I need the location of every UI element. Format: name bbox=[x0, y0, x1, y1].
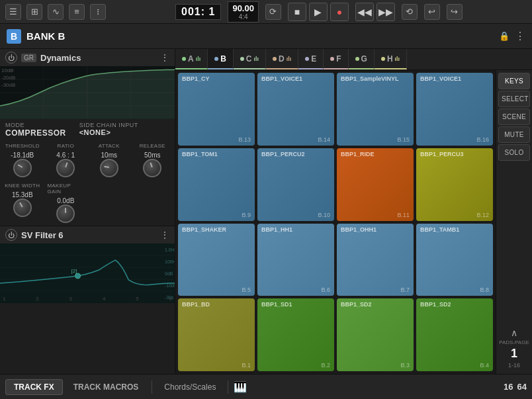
redo-btn[interactable]: ↪ bbox=[447, 4, 463, 20]
release-knob[interactable] bbox=[143, 159, 161, 177]
sidechain-label: SIDE CHAIN INPUT bbox=[79, 122, 138, 128]
pads-page-up-btn[interactable]: ∧ bbox=[511, 328, 517, 338]
tab-g[interactable]: G bbox=[349, 49, 375, 69]
mode-value[interactable]: COMPRESSOR bbox=[5, 128, 66, 138]
svg-point-17 bbox=[75, 273, 81, 279]
list-icon[interactable]: ≡ bbox=[69, 4, 85, 20]
tab-c[interactable]: C ılı bbox=[234, 49, 266, 69]
mixer-icon[interactable]: ⫶ bbox=[90, 4, 106, 20]
tempo-value[interactable]: 90.00 bbox=[232, 3, 254, 13]
tab-f[interactable]: F bbox=[324, 49, 348, 69]
pad-B16[interactable]: BBP1_VOICE1B.16 bbox=[416, 73, 493, 146]
attack-value: 10ms bbox=[101, 152, 117, 159]
keys-btn[interactable]: KEYS bbox=[498, 73, 530, 89]
release-label: RELEASE bbox=[140, 143, 165, 149]
bank-header: B BANK B 🔒 ⋮ bbox=[0, 24, 532, 49]
bottom-num-1[interactable]: 16 bbox=[504, 382, 513, 392]
pad-num-label: B.6 bbox=[321, 287, 330, 293]
record-btn[interactable]: ● bbox=[330, 3, 349, 21]
tab-d[interactable]: D ılı bbox=[266, 49, 298, 69]
forward-btn[interactable]: ▶▶ bbox=[377, 3, 395, 21]
pad-B1[interactable]: BBP1_BDB.1 bbox=[178, 298, 255, 371]
makeup-knob[interactable] bbox=[56, 204, 75, 223]
pad-B2[interactable]: BBP1_SD1B.2 bbox=[257, 298, 334, 371]
bank-menu-icon[interactable]: ⋮ bbox=[515, 30, 525, 42]
track-macros-tab[interactable]: TRACK MACROS bbox=[66, 380, 147, 394]
bank-name: BANK B bbox=[26, 30, 494, 42]
pad-num-label: B.11 bbox=[397, 212, 410, 218]
pad-B12[interactable]: BBP1_PERCU3B.12 bbox=[416, 148, 493, 221]
filter-axis: 1 2 3 4 5 6 bbox=[0, 296, 175, 303]
ratio-knob[interactable] bbox=[56, 159, 75, 177]
pad-B13[interactable]: BBP1_CYB.13 bbox=[178, 73, 255, 146]
tab-b-dot bbox=[214, 57, 218, 61]
svg-text:-10dB: -10dB bbox=[165, 283, 175, 288]
pad-B8[interactable]: BBP1_TAMB1B.8 bbox=[416, 224, 493, 296]
tab-c-label: C bbox=[246, 54, 252, 64]
tab-e[interactable]: E bbox=[298, 49, 324, 69]
mute-btn[interactable]: MUTE bbox=[498, 126, 530, 143]
play-btn[interactable]: ▶ bbox=[309, 3, 328, 21]
track-fx-tab[interactable]: TRACK FX bbox=[5, 379, 63, 395]
dynamics-menu-icon[interactable]: ⋮ bbox=[160, 52, 169, 63]
pad-B6[interactable]: BBP1_HH1B.6 bbox=[257, 224, 334, 296]
threshold-knob[interactable] bbox=[13, 159, 32, 177]
rewind-btn[interactable]: ◀◀ bbox=[355, 3, 374, 21]
chords-scales-btn[interactable]: Chords/Scales bbox=[157, 380, 222, 394]
grid-icon[interactable]: ⊞ bbox=[26, 4, 42, 20]
time-display[interactable]: 001: 1 bbox=[175, 4, 221, 20]
bottom-num-2[interactable]: 64 bbox=[517, 382, 527, 392]
select-btn[interactable]: SELECT bbox=[498, 91, 530, 107]
attack-knob[interactable] bbox=[100, 159, 118, 177]
undo-btn[interactable]: ↩ bbox=[424, 4, 440, 20]
pad-B9[interactable]: BBP1_TOM1B.9 bbox=[178, 148, 255, 221]
svg-text:1.0Hz: 1.0Hz bbox=[165, 247, 175, 252]
tab-f-dot bbox=[330, 57, 334, 61]
main-content: ⏻ GR Dynamics ⋮ 10dB -20dB -30dB bbox=[0, 49, 532, 374]
knee-knob[interactable] bbox=[13, 199, 32, 217]
bank-letter: B bbox=[7, 29, 21, 44]
tab-e-dot bbox=[305, 57, 309, 61]
tab-h-label: H bbox=[387, 54, 393, 64]
threshold-label: THRESHOLD bbox=[5, 143, 40, 149]
filter-power-btn[interactable]: ⏻ bbox=[5, 229, 17, 241]
wave-icon[interactable]: ∿ bbox=[48, 4, 64, 20]
pad-num-label: B.5 bbox=[242, 287, 251, 293]
tab-b[interactable]: B bbox=[208, 49, 234, 69]
db-label-2: -20dB bbox=[1, 75, 15, 81]
pad-B15[interactable]: BBP1_SampleVINYLB.15 bbox=[337, 73, 414, 146]
dynamics-header: ⏻ GR Dynamics ⋮ bbox=[0, 49, 175, 66]
pad-B3[interactable]: BBP1_SD2B.3 bbox=[337, 298, 414, 371]
pad-B5[interactable]: BBP1_SHAKERB.5 bbox=[178, 224, 255, 296]
tabs-row: A ılı B C ılı D ılı E bbox=[175, 49, 532, 70]
pad-B14[interactable]: BBP1_VOICE1B.14 bbox=[257, 73, 334, 146]
menu-icon[interactable]: ☰ bbox=[5, 4, 21, 20]
pad-name-label: BBP1_SD2 bbox=[341, 301, 410, 308]
solo-btn[interactable]: SOLO bbox=[498, 144, 530, 161]
loop-btn[interactable]: ⟳ bbox=[265, 4, 281, 20]
axis-4: 4 bbox=[103, 296, 105, 302]
empty-group-1 bbox=[91, 183, 128, 223]
pad-num-label: B.2 bbox=[321, 362, 330, 369]
pad-B10[interactable]: BBP1_PERCU2B.10 bbox=[257, 148, 334, 221]
stop-btn[interactable]: ■ bbox=[288, 3, 306, 21]
pad-B11[interactable]: BBP1_RIDEB.11 bbox=[337, 148, 414, 221]
filter-menu-icon[interactable]: ⋮ bbox=[160, 230, 169, 240]
pad-B7[interactable]: BBP1_OHH1B.7 bbox=[337, 224, 414, 296]
sidechain-value[interactable]: <NONE> bbox=[79, 128, 138, 136]
sidechain-block: SIDE CHAIN INPUT <NONE> bbox=[79, 122, 138, 136]
filter-graph[interactable]: 1.0Hz 100Hz 0dB -10dB -30s [2] 1 2 3 4 bbox=[0, 244, 175, 303]
tab-h[interactable]: H ılı bbox=[375, 49, 407, 69]
pads-page-range: 1-16 bbox=[508, 362, 520, 369]
pad-B4[interactable]: BBP1_SD2B.4 bbox=[416, 298, 493, 371]
pad-name-label: BBP1_SD1 bbox=[261, 301, 330, 308]
tab-a[interactable]: A ılı bbox=[175, 49, 208, 69]
dynamics-power-btn[interactable]: ⏻ bbox=[5, 52, 17, 64]
right-section: A ılı B C ılı D ılı E bbox=[175, 49, 532, 374]
loop2-btn[interactable]: ⟲ bbox=[402, 4, 418, 20]
scene-btn[interactable]: SCENE bbox=[498, 109, 530, 125]
right-sidebar: KEYS SELECT SCENE MUTE SOLO ∧ PADS-PAGE … bbox=[496, 70, 532, 374]
ratio-group: RATIO 4.6 : 1 bbox=[48, 143, 85, 177]
piano-icon[interactable]: 🎹 bbox=[234, 380, 247, 393]
pads-page-section: ∧ PADS-PAGE 1 1-16 bbox=[499, 328, 529, 371]
